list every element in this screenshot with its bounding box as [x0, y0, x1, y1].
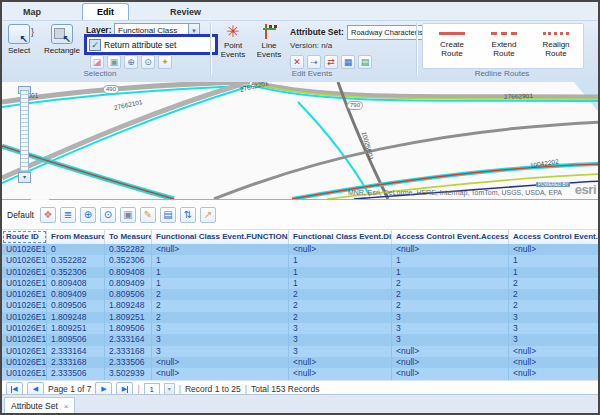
table-cell[interactable]: <null> — [509, 357, 598, 368]
table-cell[interactable]: 0.352306 — [47, 267, 105, 278]
table-cell[interactable]: <null> — [509, 346, 598, 357]
table-cell[interactable]: 0.809506 — [47, 300, 105, 311]
table-row[interactable]: U01026E11.8092481.8092512233 — [2, 312, 598, 323]
table-cell[interactable]: 3 — [289, 323, 392, 334]
table-cell[interactable]: 1 — [392, 255, 509, 266]
table-cell[interactable]: 0.809408 — [47, 278, 105, 289]
table-cell[interactable]: 0.809506 — [105, 289, 152, 300]
table-cell[interactable]: 1.809506 — [47, 334, 105, 345]
selection-options-icon[interactable]: ▣ — [107, 55, 121, 69]
table-cell[interactable]: 3 — [392, 323, 509, 334]
table-cell[interactable]: <null> — [152, 357, 289, 368]
create-route-button[interactable]: Create Route — [429, 32, 475, 58]
column-header[interactable]: Access Control Event.District — [509, 230, 598, 244]
table-cell[interactable]: 3 — [509, 312, 598, 323]
attribute-set-tab[interactable]: Attribute Set × — [4, 397, 75, 414]
point-events-button[interactable]: ✳ Point Events — [216, 23, 250, 59]
table-cell[interactable]: 1.809251 — [47, 323, 105, 334]
export-icon[interactable]: ↗ — [200, 207, 216, 223]
table-cell[interactable]: 3 — [509, 334, 598, 345]
table-cell[interactable]: 0.809408 — [105, 267, 152, 278]
table-cell[interactable]: 2 — [509, 300, 598, 311]
table-row[interactable]: U01026E10.3523060.8094081111 — [2, 267, 598, 278]
sort-icon[interactable]: ⇅ — [180, 207, 196, 223]
event-grid-icon[interactable]: ▦ — [341, 55, 355, 69]
table-cell[interactable]: 3 — [152, 346, 289, 357]
table-row[interactable]: U01026E100.352282<null><null><null><null… — [2, 244, 598, 255]
table-cell[interactable]: <null> — [392, 357, 509, 368]
table-cell[interactable]: 3 — [392, 334, 509, 345]
table-cell[interactable]: 3 — [289, 334, 392, 345]
table-cell[interactable]: <null> — [289, 357, 392, 368]
table-cell[interactable]: 1 — [509, 255, 598, 266]
table-cell[interactable]: U01026E1 — [2, 244, 47, 255]
zoom-to-record-icon[interactable]: ⊕ — [80, 207, 96, 223]
table-cell[interactable]: <null> — [392, 346, 509, 357]
pan-to-record-icon[interactable]: ⊙ — [100, 207, 116, 223]
table-cell[interactable]: 2 — [289, 300, 392, 311]
tab-review[interactable]: Review — [155, 3, 216, 20]
save-icon[interactable]: ▣ — [120, 207, 136, 223]
column-header[interactable]: To Measure — [105, 230, 152, 244]
table-row[interactable]: U01026E11.8092511.8095063333 — [2, 323, 598, 334]
table-cell[interactable]: U01026E1 — [2, 267, 47, 278]
realign-route-button[interactable]: Realign Route — [533, 32, 579, 58]
column-header[interactable]: Functional Class Event.District — [289, 230, 392, 244]
table-cell[interactable]: 1 — [152, 255, 289, 266]
table-cell[interactable]: 1 — [289, 267, 392, 278]
table-row[interactable]: U01026E10.8095061.8092482222 — [2, 300, 598, 311]
extend-route-button[interactable]: Extend Route — [481, 32, 527, 58]
zoom-to-selection-icon[interactable]: ⊕ — [124, 55, 138, 69]
zoom-out-button[interactable]: ▾ — [18, 172, 31, 183]
line-events-button[interactable]: Line Events — [252, 23, 286, 59]
table-cell[interactable]: 3 — [392, 312, 509, 323]
table-cell[interactable]: 2 — [509, 278, 598, 289]
table-cell[interactable]: <null> — [392, 244, 509, 255]
select-tool-button[interactable]: ↖} Select — [8, 24, 30, 55]
table-cell[interactable]: 2.333164 — [47, 346, 105, 357]
table-cell[interactable]: 1 — [392, 267, 509, 278]
table-cell[interactable]: 2 — [152, 312, 289, 323]
table-row[interactable]: U01026E12.3331642.33316833<null><null> — [2, 346, 598, 357]
column-header[interactable]: Route ID — [2, 230, 47, 244]
table-cell[interactable]: 2 — [392, 289, 509, 300]
selection-mode-icon[interactable]: ❖ — [40, 207, 56, 223]
close-tab-icon[interactable]: × — [64, 402, 69, 411]
clear-selection-icon[interactable]: ◪ — [90, 55, 104, 69]
table-cell[interactable]: 1 — [152, 267, 289, 278]
zoom-slider-track[interactable] — [20, 90, 29, 172]
table-row[interactable]: U01026E11.8095062.3331643333 — [2, 334, 598, 345]
column-header[interactable]: Access Control Event.AccessControl — [392, 230, 509, 244]
merge-event-icon[interactable]: ⇢ — [307, 55, 321, 69]
table-cell[interactable]: 3 — [152, 334, 289, 345]
table-row[interactable]: U01026E12.3331682.333506<null><null><nul… — [2, 357, 598, 368]
table-row[interactable]: U01026E10.8094080.8094091122 — [2, 278, 598, 289]
table-row[interactable]: U01026E10.3522820.3523061111 — [2, 255, 598, 266]
table-row[interactable]: U01026E12.3335063.502939<null><null><nul… — [2, 368, 598, 379]
table-cell[interactable]: U01026E1 — [2, 312, 47, 323]
tab-edit[interactable]: Edit — [82, 3, 129, 20]
table-cell[interactable]: 3 — [509, 323, 598, 334]
table-cell[interactable]: 1.809248 — [105, 300, 152, 311]
table-cell[interactable]: <null> — [289, 368, 392, 379]
table-cell[interactable]: 2 — [289, 289, 392, 300]
table-cell[interactable]: 2.333168 — [105, 346, 152, 357]
table-cell[interactable]: U01026E1 — [2, 289, 47, 300]
table-cell[interactable]: 2.333506 — [105, 357, 152, 368]
table-cell[interactable]: <null> — [509, 368, 598, 379]
table-cell[interactable]: U01026E1 — [2, 300, 47, 311]
return-attribute-set-checkbox[interactable]: ✓ — [89, 39, 101, 51]
table-cell[interactable]: U01026E1 — [2, 278, 47, 289]
attribute-window-icon[interactable]: ▤ — [160, 207, 176, 223]
table-cell[interactable]: 2 — [152, 289, 289, 300]
table-cell[interactable]: 3 — [152, 323, 289, 334]
table-cell[interactable]: 3.502939 — [105, 368, 152, 379]
table-cell[interactable]: <null> — [392, 368, 509, 379]
split-event-icon[interactable]: ✕ — [290, 55, 304, 69]
table-cell[interactable]: 2.333506 — [47, 368, 105, 379]
table-cell[interactable]: 2 — [392, 278, 509, 289]
table-cell[interactable]: <null> — [509, 244, 598, 255]
table-cell[interactable]: 0.809409 — [105, 278, 152, 289]
return-attribute-set-option[interactable]: ✓ Return attribute set — [84, 34, 218, 55]
table-cell[interactable]: 1 — [509, 267, 598, 278]
